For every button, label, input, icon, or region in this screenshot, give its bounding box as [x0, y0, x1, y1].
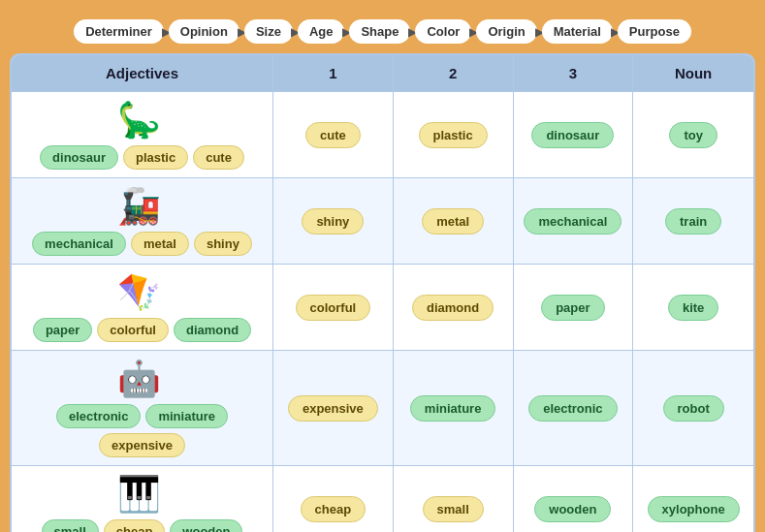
table-row: 🪁papercolorfuldiamondcolorfuldiamondpape… — [12, 264, 753, 350]
noun-cell: robot — [633, 351, 753, 465]
row-emoji: 🎹 — [117, 474, 161, 515]
adjective-tag: paper — [33, 318, 92, 342]
order-item: Determiner — [74, 19, 164, 44]
adjective-tag: cute — [193, 145, 244, 170]
table-header: Adjectives123Noun — [12, 55, 753, 91]
table-column-header: 1 — [273, 55, 394, 91]
adjective-tag: dinosaur — [40, 145, 118, 170]
order-item: Age — [298, 19, 345, 44]
answer-tag: shiny — [302, 208, 364, 235]
order-item: Purpose — [618, 19, 691, 44]
table-body: 🦕dinosaurplasticcutecuteplasticdinosaurt… — [12, 91, 753, 532]
row-emoji: 🦕 — [117, 100, 161, 141]
adjective-tag: small — [42, 519, 99, 532]
answer-tag: colorful — [296, 295, 371, 321]
adjectives-cell: 🤖electronicminiatureexpensive — [12, 351, 273, 465]
table-row: 🚂mechanicalmetalshinyshinymetalmechanica… — [12, 177, 753, 264]
adjectives-cell: 🦕dinosaurplasticcute — [12, 92, 273, 177]
answer-cell-2: diamond — [394, 265, 514, 350]
answer-cell-1: expensive — [273, 351, 394, 465]
answer-tag: cute — [305, 122, 361, 148]
order-item: Color — [415, 19, 471, 44]
row-emoji: 🪁 — [117, 272, 161, 313]
answer-cell-2: miniature — [394, 351, 514, 465]
order-item: Shape — [349, 19, 410, 44]
answer-tag: miniature — [410, 395, 496, 422]
adjective-tag: expensive — [99, 433, 185, 457]
answer-tag: toy — [669, 122, 717, 148]
table-column-header: Adjectives — [12, 55, 273, 91]
answer-tag: metal — [422, 208, 484, 235]
answer-cell-1: cheap — [273, 466, 394, 532]
answer-cell-3: wooden — [514, 466, 634, 532]
answer-tag: electronic — [528, 395, 617, 422]
answer-cell-3: paper — [514, 265, 634, 350]
order-bar: Determiner ▶ Opinion ▶ Size ▶ Age ▶ Shap… — [10, 19, 755, 44]
adjective-tag: shiny — [194, 232, 252, 256]
adjective-tag: diamond — [174, 318, 251, 342]
answer-cell-2: small — [394, 466, 514, 532]
adjective-tag: colorful — [97, 318, 169, 342]
order-item: Opinion — [169, 19, 239, 44]
adjectives-cell: 🪁papercolorfuldiamond — [12, 265, 273, 350]
adjective-tag: metal — [131, 232, 189, 256]
answer-cell-3: dinosaur — [514, 92, 634, 177]
row-emoji: 🚂 — [117, 186, 161, 227]
table-row: 🎹smallcheapwoodencheapsmallwoodenxylopho… — [12, 465, 753, 532]
answer-cell-3: electronic — [514, 351, 634, 465]
adjective-tag: miniature — [145, 404, 228, 428]
answer-tag: dinosaur — [531, 122, 614, 148]
answer-tag: plastic — [419, 122, 488, 148]
answer-tag: xylophone — [648, 496, 740, 522]
answer-tag: wooden — [534, 496, 611, 522]
answer-cell-2: metal — [394, 178, 514, 264]
adjectives-cell: 🎹smallcheapwooden — [12, 466, 273, 532]
answer-tag: paper — [541, 295, 604, 321]
answer-tag: kite — [668, 295, 718, 321]
answer-tag: train — [665, 208, 721, 235]
answer-tag: robot — [663, 395, 724, 422]
answer-cell-1: shiny — [273, 178, 394, 264]
row-emoji: 🤖 — [117, 359, 161, 399]
noun-cell: toy — [633, 92, 753, 177]
table-row: 🤖electronicminiatureexpensiveexpensivemi… — [12, 350, 753, 465]
order-item: Size — [244, 19, 293, 44]
table-row: 🦕dinosaurplasticcutecuteplasticdinosaurt… — [12, 91, 753, 177]
answer-cell-2: plastic — [394, 92, 514, 177]
table-column-header: Noun — [633, 55, 753, 91]
answer-cell-3: mechanical — [514, 178, 634, 264]
table-column-header: 3 — [514, 55, 634, 91]
order-item: Material — [542, 19, 613, 44]
adjective-tag: electronic — [56, 404, 141, 428]
adjective-tag: plastic — [123, 145, 188, 170]
table-container: Adjectives123Noun 🦕dinosaurplasticcutecu… — [10, 53, 755, 532]
noun-cell: train — [633, 178, 753, 264]
answer-tag: small — [423, 496, 484, 522]
order-item: Origin — [476, 19, 536, 44]
answer-tag: cheap — [301, 496, 367, 522]
noun-cell: xylophone — [633, 466, 753, 532]
adjectives-cell: 🚂mechanicalmetalshiny — [12, 178, 273, 264]
answer-tag: expensive — [288, 395, 378, 422]
answer-cell-1: cute — [273, 92, 394, 177]
answer-tag: mechanical — [524, 208, 622, 235]
table-column-header: 2 — [394, 55, 514, 91]
adjective-tag: wooden — [170, 519, 242, 532]
answer-cell-1: colorful — [273, 265, 394, 350]
adjective-tag: cheap — [104, 519, 166, 532]
adjective-tag: mechanical — [32, 232, 126, 256]
answer-tag: diamond — [412, 295, 494, 321]
noun-cell: kite — [633, 265, 753, 350]
